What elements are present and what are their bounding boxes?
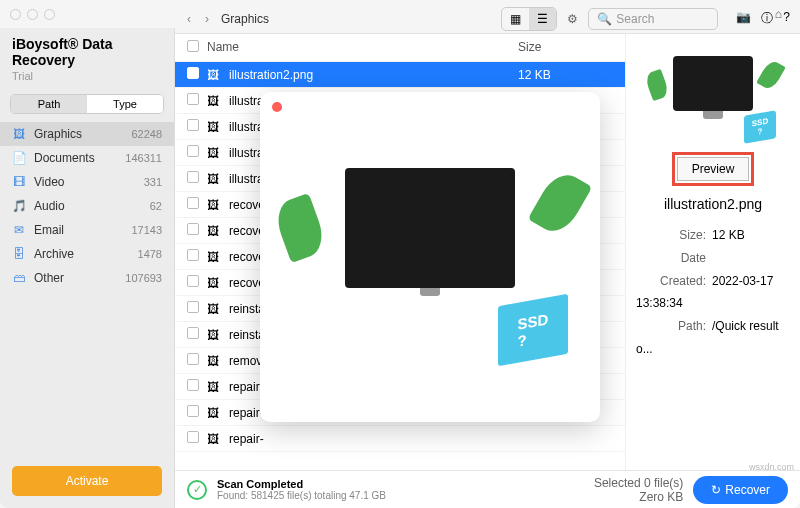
preview-button[interactable]: Preview bbox=[677, 157, 750, 181]
scan-title: Scan Completed bbox=[217, 478, 386, 490]
filter-icon[interactable]: ⚙ bbox=[567, 12, 578, 26]
category-archive[interactable]: 🗄Archive1478 bbox=[0, 242, 174, 266]
thumbnail: SSD? bbox=[658, 56, 768, 136]
footer: ✓ Scan Completed Found: 581425 file(s) t… bbox=[175, 470, 800, 508]
row-checkbox[interactable] bbox=[187, 197, 199, 209]
row-checkbox[interactable] bbox=[187, 93, 199, 105]
detail-meta: Size:12 KB Date Created:2022-03-17 13:38… bbox=[636, 224, 790, 361]
row-checkbox[interactable] bbox=[187, 353, 199, 365]
selected-size: Zero KB bbox=[594, 490, 683, 504]
watermark: wsxdn.com bbox=[749, 462, 794, 472]
select-all-checkbox[interactable] bbox=[187, 40, 199, 52]
row-checkbox[interactable] bbox=[187, 327, 199, 339]
detail-panel: SSD? Preview illustration2.png Size:12 K… bbox=[625, 34, 800, 470]
selected-count: Selected 0 file(s) bbox=[594, 476, 683, 490]
app-edition: Trial bbox=[0, 70, 174, 90]
info-icon[interactable]: ⓘ bbox=[761, 10, 773, 27]
max-dot[interactable] bbox=[44, 9, 55, 20]
help-icon[interactable]: ? bbox=[783, 10, 790, 27]
row-checkbox[interactable] bbox=[187, 431, 199, 443]
scan-sub: Found: 581425 file(s) totaling 47.1 GB bbox=[217, 490, 386, 501]
forward-button[interactable]: › bbox=[203, 12, 211, 26]
scan-complete-icon: ✓ bbox=[187, 480, 207, 500]
col-size[interactable]: Size bbox=[518, 40, 628, 55]
row-checkbox[interactable] bbox=[187, 275, 199, 287]
recover-button[interactable]: ↻ Recover bbox=[693, 476, 788, 504]
preview-highlight: Preview bbox=[672, 152, 755, 186]
row-checkbox[interactable] bbox=[187, 171, 199, 183]
row-checkbox[interactable] bbox=[187, 67, 199, 79]
category-graphics[interactable]: 🖼Graphics62248 bbox=[0, 122, 174, 146]
back-button[interactable]: ‹ bbox=[185, 12, 193, 26]
search-input[interactable]: 🔍 Search bbox=[588, 8, 718, 30]
tab-path[interactable]: Path bbox=[11, 95, 87, 113]
detail-filename: illustration2.png bbox=[636, 196, 790, 212]
row-checkbox[interactable] bbox=[187, 301, 199, 313]
topbar: ‹ › Graphics ▦ ☰ ⚙ 🔍 Search 📷 ⓘ ? bbox=[175, 4, 800, 34]
category-video[interactable]: 🎞Video331 bbox=[0, 170, 174, 194]
category-audio[interactable]: 🎵Audio62 bbox=[0, 194, 174, 218]
tab-type[interactable]: Type bbox=[87, 95, 163, 113]
sidebar-tabs: Path Type bbox=[10, 94, 164, 114]
activate-button[interactable]: Activate bbox=[12, 466, 162, 496]
view-toggle: ▦ ☰ bbox=[501, 7, 557, 31]
close-dot[interactable] bbox=[10, 9, 21, 20]
app-name: iBoysoft® Data Recovery bbox=[0, 28, 174, 70]
preview-popup[interactable]: SSD? bbox=[260, 92, 600, 422]
min-dot[interactable] bbox=[27, 9, 38, 20]
breadcrumb: Graphics bbox=[221, 12, 269, 26]
grid-view-icon[interactable]: ▦ bbox=[502, 8, 529, 30]
list-view-icon[interactable]: ☰ bbox=[529, 8, 556, 30]
row-checkbox[interactable] bbox=[187, 145, 199, 157]
popup-close-dot[interactable] bbox=[272, 102, 282, 112]
row-checkbox[interactable] bbox=[187, 249, 199, 261]
search-icon: 🔍 bbox=[597, 12, 612, 26]
row-checkbox[interactable] bbox=[187, 119, 199, 131]
category-documents[interactable]: 📄Documents146311 bbox=[0, 146, 174, 170]
row-checkbox[interactable] bbox=[187, 405, 199, 417]
row-checkbox[interactable] bbox=[187, 379, 199, 391]
sidebar: iBoysoft® Data Recovery Trial Path Type … bbox=[0, 28, 175, 508]
row-checkbox[interactable] bbox=[187, 223, 199, 235]
camera-icon[interactable]: 📷 bbox=[736, 10, 751, 27]
col-name[interactable]: Name bbox=[207, 40, 518, 55]
category-email[interactable]: ✉Email17143 bbox=[0, 218, 174, 242]
category-other[interactable]: 🗃Other107693 bbox=[0, 266, 174, 290]
